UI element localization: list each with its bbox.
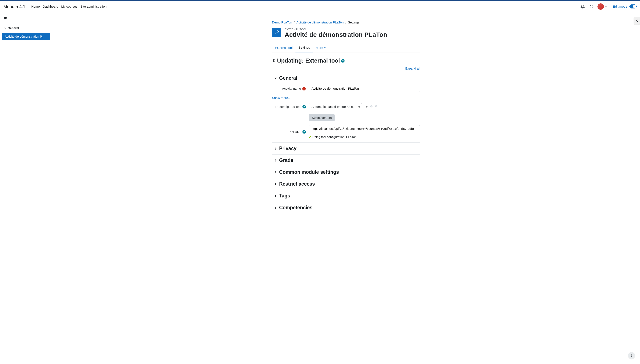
- tool-url-input[interactable]: [309, 125, 420, 132]
- section-tags-toggle[interactable]: Tags: [272, 193, 420, 199]
- required-icon: ⬤: [302, 87, 306, 90]
- navbar: Moodle 4.1 Home Dashboard My courses Sit…: [0, 1, 640, 12]
- right-drawer-toggle[interactable]: [634, 17, 640, 24]
- puzzle-icon: [272, 59, 276, 63]
- close-icon[interactable]: ✖: [2, 15, 9, 21]
- show-more-link[interactable]: Show more...: [272, 96, 291, 100]
- section-tags: Tags: [272, 190, 420, 202]
- editmode-toggle[interactable]: [629, 4, 636, 8]
- breadcrumb-current: Settings: [348, 20, 359, 24]
- checkmark-icon: ✔: [309, 135, 312, 139]
- section-privacy-toggle[interactable]: Privacy: [272, 146, 420, 151]
- chevron-right-icon: [274, 147, 277, 150]
- tool-url-label: Tool URL: [288, 130, 301, 134]
- section-restrict-toggle[interactable]: Restrict access: [272, 181, 420, 187]
- chevron-right-icon: [274, 183, 277, 186]
- help-icon[interactable]: ?: [341, 59, 345, 62]
- chevron-right-icon: [274, 206, 277, 209]
- preconfigured-select[interactable]: Automatic, based on tool URL ▲▼: [309, 103, 362, 110]
- section-heading: Updating: External tool ?: [272, 58, 420, 64]
- chevron-right-icon: [274, 171, 277, 174]
- section-grade-toggle[interactable]: Grade: [272, 158, 420, 163]
- notifications-icon[interactable]: [580, 4, 586, 10]
- user-menu[interactable]: [597, 4, 607, 10]
- chevron-right-icon: [274, 194, 277, 198]
- nav-mycourses[interactable]: My courses: [61, 4, 77, 9]
- nav-siteadmin[interactable]: Site administration: [80, 4, 106, 9]
- breadcrumb-activity[interactable]: Activité de démonstration PLaTon: [296, 20, 343, 24]
- section-restrict: Restrict access: [272, 178, 420, 190]
- breadcrumb-course[interactable]: Démo PLaTon: [272, 20, 292, 24]
- section-general: General Activity name ⬤ Show more...: [272, 72, 420, 143]
- help-icon[interactable]: ?: [302, 130, 306, 134]
- using-config-text: Using tool configuration: PLaTon: [312, 135, 357, 139]
- select-arrows-icon: ▲▼: [358, 105, 360, 108]
- sidebar-item-activity[interactable]: Activité de démonstration P...: [2, 33, 50, 40]
- gear-icon: ⚙: [370, 105, 373, 109]
- nav-dashboard[interactable]: Dashboard: [43, 4, 58, 9]
- activity-type: EXTERNAL TOOL: [285, 28, 387, 31]
- section-common: Common module settings: [272, 166, 420, 178]
- section-general-toggle[interactable]: General: [272, 75, 420, 81]
- section-competencies: Competencies: [272, 202, 420, 214]
- section-grade: Grade: [272, 154, 420, 166]
- breadcrumb: Démo PLaTon / Activité de démonstration …: [272, 20, 420, 24]
- tabs: External tool Settings More: [272, 43, 420, 52]
- chevron-left-icon: [635, 19, 638, 22]
- tab-more[interactable]: More: [313, 43, 329, 52]
- brand: Moodle 4.1: [4, 4, 25, 9]
- editmode-label: Edit mode: [613, 5, 627, 8]
- sidebar: ✖ General Activité de démonstration P...: [0, 12, 52, 364]
- tab-external-tool[interactable]: External tool: [272, 43, 295, 52]
- tab-settings[interactable]: Settings: [295, 43, 313, 52]
- divider: [610, 4, 610, 10]
- nav-links: Home Dashboard My courses Site administr…: [31, 4, 107, 9]
- activity-name-input[interactable]: [309, 85, 420, 92]
- remove-icon: ✖: [374, 105, 377, 109]
- chevron-right-icon: [274, 159, 277, 162]
- chevron-down-icon: [324, 47, 326, 49]
- activity-name-label: Activity name: [282, 87, 301, 90]
- section-privacy: Privacy: [272, 143, 420, 154]
- section-common-toggle[interactable]: Common module settings: [272, 169, 420, 175]
- messages-icon[interactable]: [589, 4, 594, 10]
- help-icon[interactable]: ?: [302, 105, 306, 108]
- expand-all-link[interactable]: Expand all: [405, 66, 420, 70]
- avatar: [597, 4, 604, 10]
- add-tool-icon[interactable]: ＋: [365, 105, 368, 109]
- select-content-button[interactable]: Select content: [309, 114, 335, 121]
- main: Démo PLaTon / Activité de démonstration …: [52, 12, 640, 364]
- page-title: Activité de démonstration PLaTon: [285, 31, 387, 38]
- section-competencies-toggle[interactable]: Competencies: [272, 205, 420, 210]
- preconfigured-label: Preconfigured tool: [275, 105, 301, 108]
- nav-home[interactable]: Home: [31, 4, 40, 9]
- chevron-down-icon: [605, 6, 607, 8]
- chevron-down-icon: [274, 77, 277, 80]
- external-tool-icon: [272, 28, 281, 37]
- chevron-down-icon: [4, 27, 6, 30]
- help-fab[interactable]: ?: [628, 352, 635, 359]
- sidebar-section-general[interactable]: General: [2, 25, 50, 31]
